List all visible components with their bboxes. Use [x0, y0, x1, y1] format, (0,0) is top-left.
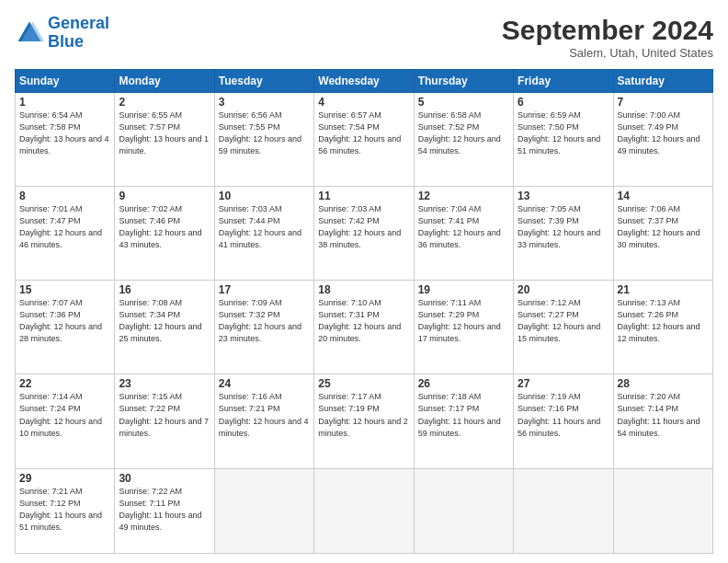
page: General Blue September 2024 Salem, Utah,… [0, 0, 728, 563]
day-info: Sunrise: 7:16 AMSunset: 7:21 PMDaylight:… [219, 392, 309, 437]
table-row: 14 Sunrise: 7:06 AMSunset: 7:37 PMDaylig… [613, 187, 712, 281]
table-row: 1 Sunrise: 6:54 AMSunset: 7:58 PMDayligh… [16, 93, 115, 187]
day-number: 26 [418, 377, 509, 390]
day-number: 9 [119, 190, 210, 202]
calendar-header-row: Sunday Monday Tuesday Wednesday Thursday… [16, 70, 713, 93]
table-row: 28 Sunrise: 7:20 AMSunset: 7:14 PMDaylig… [613, 374, 712, 468]
day-number: 5 [418, 96, 509, 109]
day-number: 8 [19, 190, 110, 202]
table-row: 15 Sunrise: 7:07 AMSunset: 7:36 PMDaylig… [16, 281, 115, 374]
table-row: 20 Sunrise: 7:12 AMSunset: 7:27 PMDaylig… [514, 281, 613, 374]
day-info: Sunrise: 7:11 AMSunset: 7:29 PMDaylight:… [418, 298, 501, 343]
day-number: 4 [318, 96, 409, 109]
table-row: 30 Sunrise: 7:22 AMSunset: 7:11 PMDaylig… [115, 468, 214, 553]
location: Salem, Utah, United States [502, 46, 713, 60]
table-row: 16 Sunrise: 7:08 AMSunset: 7:34 PMDaylig… [115, 281, 214, 374]
day-number: 18 [318, 283, 409, 296]
table-row: 7 Sunrise: 7:00 AMSunset: 7:49 PMDayligh… [613, 93, 712, 187]
logo-general: General [48, 14, 109, 32]
day-number: 6 [518, 96, 609, 109]
day-info: Sunrise: 7:04 AMSunset: 7:41 PMDaylight:… [418, 204, 501, 249]
day-number: 13 [518, 190, 609, 202]
calendar: Sunday Monday Tuesday Wednesday Thursday… [15, 69, 713, 554]
day-number: 24 [219, 377, 310, 390]
calendar-week-row: 29 Sunrise: 7:21 AMSunset: 7:12 PMDaylig… [16, 468, 713, 553]
col-friday: Friday [514, 70, 613, 93]
day-info: Sunrise: 7:10 AMSunset: 7:31 PMDaylight:… [318, 298, 401, 343]
day-number: 12 [418, 190, 509, 202]
table-row [214, 468, 313, 553]
table-row: 5 Sunrise: 6:58 AMSunset: 7:52 PMDayligh… [414, 93, 513, 187]
day-number: 7 [618, 96, 709, 109]
col-tuesday: Tuesday [214, 70, 313, 93]
month-title: September 2024 [502, 15, 713, 46]
table-row: 10 Sunrise: 7:03 AMSunset: 7:44 PMDaylig… [214, 187, 313, 281]
table-row: 19 Sunrise: 7:11 AMSunset: 7:29 PMDaylig… [414, 281, 513, 374]
col-sunday: Sunday [16, 70, 115, 93]
day-number: 1 [19, 96, 110, 109]
day-number: 25 [318, 377, 409, 390]
table-row: 26 Sunrise: 7:18 AMSunset: 7:17 PMDaylig… [414, 374, 513, 468]
day-number: 28 [618, 377, 709, 390]
table-row: 12 Sunrise: 7:04 AMSunset: 7:41 PMDaylig… [414, 187, 513, 281]
col-wednesday: Wednesday [314, 70, 414, 93]
day-info: Sunrise: 7:22 AMSunset: 7:11 PMDaylight:… [119, 487, 201, 532]
day-info: Sunrise: 7:19 AMSunset: 7:16 PMDaylight:… [518, 392, 600, 437]
table-row: 21 Sunrise: 7:13 AMSunset: 7:26 PMDaylig… [613, 281, 712, 374]
day-info: Sunrise: 7:21 AMSunset: 7:12 PMDaylight:… [19, 487, 102, 532]
calendar-week-row: 1 Sunrise: 6:54 AMSunset: 7:58 PMDayligh… [16, 93, 713, 187]
table-row: 27 Sunrise: 7:19 AMSunset: 7:16 PMDaylig… [514, 374, 613, 468]
table-row: 29 Sunrise: 7:21 AMSunset: 7:12 PMDaylig… [16, 468, 115, 553]
day-info: Sunrise: 7:00 AMSunset: 7:49 PMDaylight:… [618, 110, 700, 155]
table-row: 17 Sunrise: 7:09 AMSunset: 7:32 PMDaylig… [214, 281, 313, 374]
col-saturday: Saturday [613, 70, 712, 93]
table-row: 4 Sunrise: 6:57 AMSunset: 7:54 PMDayligh… [314, 93, 414, 187]
day-info: Sunrise: 7:03 AMSunset: 7:44 PMDaylight:… [219, 204, 301, 249]
col-monday: Monday [115, 70, 214, 93]
day-info: Sunrise: 7:14 AMSunset: 7:24 PMDaylight:… [19, 392, 102, 437]
table-row: 8 Sunrise: 7:01 AMSunset: 7:47 PMDayligh… [16, 187, 115, 281]
table-row [514, 468, 613, 553]
table-row: 25 Sunrise: 7:17 AMSunset: 7:19 PMDaylig… [314, 374, 414, 468]
table-row [414, 468, 513, 553]
table-row [314, 468, 414, 553]
header: General Blue September 2024 Salem, Utah,… [15, 15, 713, 60]
day-info: Sunrise: 6:55 AMSunset: 7:57 PMDaylight:… [119, 110, 209, 155]
day-number: 16 [119, 283, 210, 296]
table-row: 2 Sunrise: 6:55 AMSunset: 7:57 PMDayligh… [115, 93, 214, 187]
table-row: 6 Sunrise: 6:59 AMSunset: 7:50 PMDayligh… [514, 93, 613, 187]
day-number: 29 [19, 472, 110, 485]
calendar-week-row: 15 Sunrise: 7:07 AMSunset: 7:36 PMDaylig… [16, 281, 713, 374]
col-thursday: Thursday [414, 70, 513, 93]
day-info: Sunrise: 7:13 AMSunset: 7:26 PMDaylight:… [618, 298, 700, 343]
table-row: 3 Sunrise: 6:56 AMSunset: 7:55 PMDayligh… [214, 93, 313, 187]
day-number: 19 [418, 283, 509, 296]
day-info: Sunrise: 7:07 AMSunset: 7:36 PMDaylight:… [19, 298, 102, 343]
day-number: 14 [618, 190, 709, 202]
table-row: 24 Sunrise: 7:16 AMSunset: 7:21 PMDaylig… [214, 374, 313, 468]
day-info: Sunrise: 7:05 AMSunset: 7:39 PMDaylight:… [518, 204, 600, 249]
day-number: 17 [219, 283, 310, 296]
logo-blue: Blue [48, 32, 84, 51]
day-info: Sunrise: 7:15 AMSunset: 7:22 PMDaylight:… [119, 392, 209, 437]
day-info: Sunrise: 6:54 AMSunset: 7:58 PMDaylight:… [19, 110, 109, 155]
table-row: 11 Sunrise: 7:03 AMSunset: 7:42 PMDaylig… [314, 187, 414, 281]
calendar-week-row: 22 Sunrise: 7:14 AMSunset: 7:24 PMDaylig… [16, 374, 713, 468]
day-number: 2 [119, 96, 210, 109]
day-number: 11 [318, 190, 409, 202]
day-number: 30 [119, 472, 210, 485]
day-info: Sunrise: 6:58 AMSunset: 7:52 PMDaylight:… [418, 110, 501, 155]
day-number: 21 [618, 283, 709, 296]
day-number: 15 [19, 283, 110, 296]
day-number: 27 [518, 377, 609, 390]
logo-text: General Blue [48, 15, 109, 52]
day-info: Sunrise: 7:06 AMSunset: 7:37 PMDaylight:… [618, 204, 700, 249]
table-row [613, 468, 712, 553]
day-number: 20 [518, 283, 609, 296]
table-row: 22 Sunrise: 7:14 AMSunset: 7:24 PMDaylig… [16, 374, 115, 468]
day-info: Sunrise: 7:17 AMSunset: 7:19 PMDaylight:… [318, 392, 408, 437]
table-row: 9 Sunrise: 7:02 AMSunset: 7:46 PMDayligh… [115, 187, 214, 281]
logo: General Blue [15, 15, 109, 52]
table-row: 18 Sunrise: 7:10 AMSunset: 7:31 PMDaylig… [314, 281, 414, 374]
day-info: Sunrise: 6:59 AMSunset: 7:50 PMDaylight:… [518, 110, 600, 155]
